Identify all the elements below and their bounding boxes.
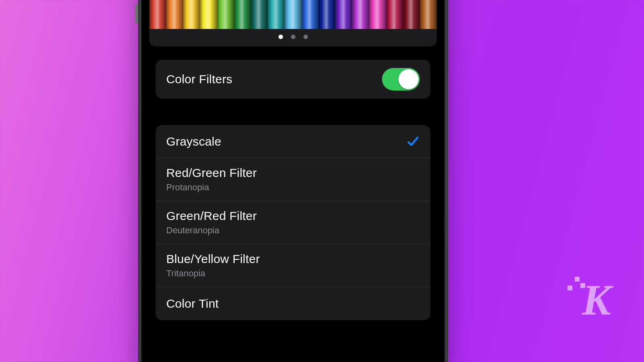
filter-option-subtitle: Protanopia — [166, 182, 420, 193]
filter-option-subtitle: Tritanopia — [166, 268, 420, 279]
color-filters-toggle-row[interactable]: Color Filters — [156, 60, 430, 99]
color-preview-card[interactable] — [149, 0, 437, 46]
filter-option-row[interactable]: Grayscale — [156, 125, 430, 158]
color-pencil — [420, 0, 437, 29]
color-pencil — [386, 0, 403, 29]
color-pencil — [369, 0, 386, 29]
filter-option-title: Color Tint — [166, 297, 420, 311]
page-dot[interactable] — [279, 35, 283, 39]
color-pencil — [352, 0, 369, 29]
watermark-logo: K — [582, 278, 609, 322]
color-filters-toggle-card: Color Filters — [156, 60, 430, 99]
toggle-knob — [398, 69, 419, 89]
color-pencil — [234, 0, 251, 29]
color-pencil — [268, 0, 285, 29]
color-pencil — [251, 0, 268, 29]
color-pencils-row — [149, 0, 437, 29]
mute-switch-nub — [135, 4, 138, 23]
filter-option-title: Grayscale — [166, 135, 406, 148]
filter-option-row[interactable]: Red/Green FilterProtanopia — [156, 158, 430, 201]
page-dot[interactable] — [291, 35, 295, 39]
filter-options-card: GrayscaleRed/Green FilterProtanopiaGreen… — [156, 125, 430, 320]
filter-option-subtitle: Deuteranopia — [166, 225, 420, 236]
filter-option-row[interactable]: Color Tint — [156, 287, 430, 320]
watermark-letter: K — [582, 276, 609, 324]
page-dot[interactable] — [303, 35, 308, 39]
checkmark-icon — [406, 135, 420, 148]
page-indicator[interactable] — [149, 29, 437, 46]
color-pencil — [149, 0, 166, 29]
filter-option-title: Blue/Yellow Filter — [166, 252, 420, 266]
color-pencil — [166, 0, 183, 29]
color-pencil — [335, 0, 352, 29]
color-filters-label: Color Filters — [166, 72, 382, 86]
color-pencil — [301, 0, 318, 29]
filter-option-title: Green/Red Filter — [166, 209, 420, 223]
filter-option-title: Red/Green Filter — [166, 166, 420, 180]
phone-frame: Color Filters GrayscaleRed/Green FilterP… — [138, 0, 448, 362]
color-pencil — [217, 0, 234, 29]
color-pencil — [285, 0, 301, 29]
phone-screen: Color Filters GrayscaleRed/Green FilterP… — [144, 0, 442, 362]
color-pencil — [183, 0, 200, 29]
filter-option-row[interactable]: Blue/Yellow FilterTritanopia — [156, 244, 430, 287]
filter-option-row[interactable]: Green/Red FilterDeuteranopia — [156, 201, 430, 244]
color-pencil — [200, 0, 217, 29]
color-filters-toggle[interactable] — [382, 68, 420, 90]
color-pencil — [318, 0, 335, 29]
color-pencil — [403, 0, 420, 29]
